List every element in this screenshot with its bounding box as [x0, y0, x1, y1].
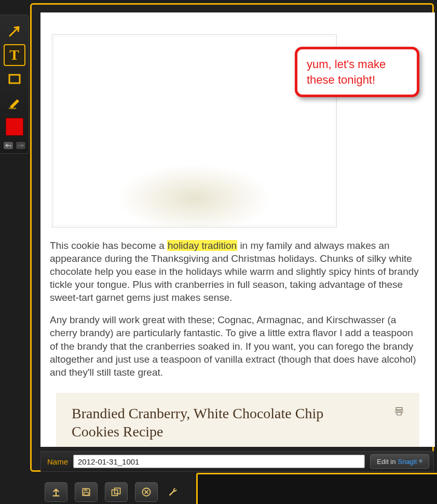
svg-rect-5	[84, 488, 88, 491]
highlighter-tool-button[interactable]	[4, 92, 25, 114]
edit-brand: Snagit	[398, 458, 417, 466]
recipe-title: Brandied Cranberry, White Chocolate Chip…	[72, 404, 357, 441]
delete-button[interactable]	[135, 482, 158, 502]
captured-page[interactable]: yum, let's make these tonight! This cook…	[40, 12, 435, 447]
print-icon[interactable]	[393, 406, 405, 417]
svg-rect-0	[396, 408, 402, 410]
save-button[interactable]	[75, 482, 98, 502]
highlight-annotation[interactable]: holiday tradition	[167, 240, 237, 251]
svg-rect-3	[9, 75, 20, 83]
callout-annotation[interactable]: yum, let's make these tonight!	[295, 47, 419, 97]
redo-button[interactable]	[16, 142, 25, 149]
paragraph-1: This cookie has become a holiday traditi…	[50, 239, 424, 304]
action-bar	[40, 480, 196, 504]
paragraph-2: Any brandy will work great with these; C…	[50, 313, 424, 378]
text-run: This cookie has become a	[50, 240, 167, 251]
copy-button[interactable]	[105, 482, 128, 502]
recipe-card: Brandied Cranberry, White Chocolate Chip…	[56, 393, 419, 447]
svg-rect-2	[397, 413, 401, 415]
rectangle-tool-button[interactable]	[4, 68, 25, 90]
registered-mark: ®	[419, 459, 422, 464]
share-button[interactable]	[45, 482, 67, 502]
text-tool-glyph: T	[9, 47, 19, 63]
name-label: Name	[47, 457, 68, 466]
callout-text: yum, let's make these tonight!	[307, 57, 407, 87]
svg-rect-4	[9, 108, 16, 109]
settings-button[interactable]	[165, 484, 181, 500]
edit-label: Edit in	[377, 458, 395, 466]
edit-in-snagit-button[interactable]: Edit in Snagit®	[370, 454, 429, 469]
capture-name-input[interactable]	[73, 455, 365, 468]
svg-rect-6	[84, 493, 88, 495]
annotation-toolbar: T	[0, 15, 29, 154]
arrow-tool-button[interactable]	[4, 20, 25, 42]
text-tool-button[interactable]: T	[4, 44, 25, 66]
output-panel	[196, 473, 437, 504]
color-picker-button[interactable]	[4, 116, 25, 138]
name-bar: Name Edit in Snagit®	[40, 451, 434, 472]
article-body: This cookie has become a holiday traditi…	[50, 239, 424, 388]
color-swatch	[6, 118, 23, 136]
cookie-photo	[52, 34, 337, 228]
undo-button[interactable]	[4, 142, 13, 149]
